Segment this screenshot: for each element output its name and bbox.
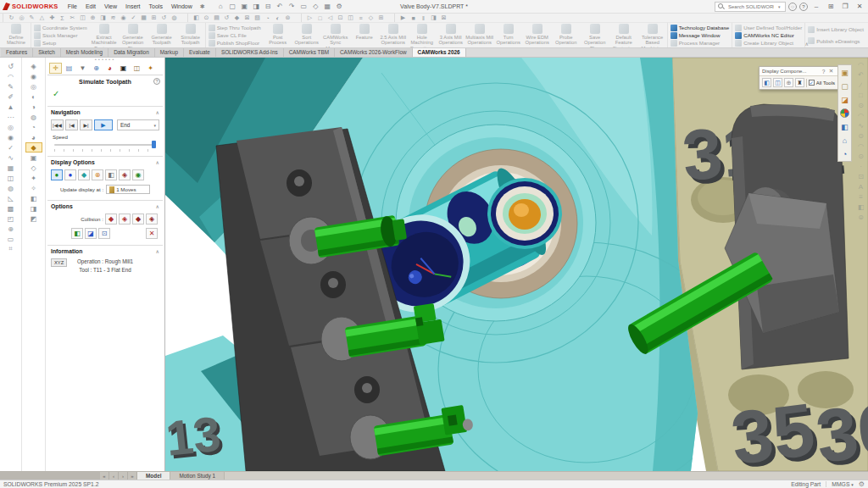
menu-insert[interactable]: Insert [121,2,145,11]
ribbon-button-hole-machining-operations[interactable]: Hole Machining Operations [408,23,437,47]
toolbar-icon[interactable]: ⊕ [88,14,97,22]
popup-display-icon[interactable]: ⊕ [784,78,793,87]
help-icon[interactable]: ? [799,3,808,11]
display-toolbar-icon[interactable]: ◑ [25,102,42,112]
toolbar-icon[interactable]: ⊚ [283,14,292,22]
display-option-button[interactable]: ● [51,169,63,180]
doc-tab-nav-button[interactable]: › [119,472,128,480]
tab-mesh-modeling[interactable]: Mesh Modeling [61,47,108,57]
task-pane-icon[interactable]: ◪ [839,94,850,105]
propertymanager-tab-icon[interactable]: ◕ [103,63,116,74]
menu-view[interactable]: View [100,2,121,11]
view-toolbar-icon[interactable]: ◠ [3,71,19,81]
task-pane-icon[interactable] [839,108,850,119]
minimize-button[interactable]: – [810,1,822,12]
toolbar-icon[interactable]: ✚ [47,14,57,22]
propertymanager-tab-icon[interactable]: ▼ [76,63,89,74]
ribbon-button-3-axis-mill-operations[interactable]: 3 Axis Mill Operations [437,23,465,47]
doc-tab-model[interactable]: Model [137,472,170,480]
view-toolbar-icon[interactable]: ◎ [3,122,19,132]
display-toolbar-icon[interactable]: ◧ [25,193,42,203]
ribbon-collapse-icon[interactable]: ∧ [805,41,809,47]
propertymanager-tab-icon[interactable]: ▤ [63,63,75,74]
ribbon-button-user-defined-tool-holder[interactable]: User Defined Tool/Holder [735,25,802,31]
ribbon-button-setup[interactable]: Setup [34,40,87,47]
view-toolbar-icon[interactable]: ▦ [3,163,19,173]
toolbar-icon[interactable]: ⊠ [439,14,448,22]
speed-slider-handle[interactable] [152,141,156,148]
ribbon-button-insert-library-object[interactable]: Insert Library Object [808,26,864,33]
ribbon-button-process-manager[interactable]: Process Manager [670,40,730,47]
task-pane-icon[interactable]: ◔ [839,148,850,159]
ribbon-button-step-thru-toolpath[interactable]: Step Thru Toolpath [209,25,261,31]
quick-access-icon[interactable]: ▢ [227,2,238,12]
user-account-icon[interactable]: ◌ [788,3,797,11]
display-toolbar-icon[interactable]: ◉ [25,71,42,81]
sim-step-forward-button[interactable]: ▶| [80,119,92,130]
options-section-header[interactable]: Options ∧ [47,200,163,211]
view-toolbar-icon[interactable]: ▩ [3,203,19,214]
menu-tools[interactable]: Tools [145,2,167,11]
ribbon-button-create-library-object[interactable]: Create Library Object [735,40,802,47]
units-selector[interactable]: MMGS ▾ [832,481,854,487]
tab-markup[interactable]: Markup [155,47,184,57]
display-toolbar-icon[interactable]: ◩ [25,214,42,224]
ribbon-button-save-cl-file[interactable]: Save CL File [209,32,261,39]
ribbon-button-tolerance-based-machining[interactable]: Tolerance Based Machining [638,23,667,47]
task-pane-icon[interactable]: ▣ [839,67,850,78]
ribbon-button-camworks-nc-editor[interactable]: CAMWorks NC Editor [735,32,802,39]
ribbon-button-save-operation-plan[interactable]: Save Operation Plan [581,23,609,47]
propertymanager-tab-icon[interactable]: ⊕ [90,63,103,74]
display-toolbar-icon[interactable]: ✦ [25,173,42,183]
quick-access-icon[interactable]: ⚙ [334,2,345,12]
ribbon-button-default-feature-strategies[interactable]: Default Feature Strategies [609,23,638,47]
ribbon-button-multiaxis-mill-operations[interactable]: Multiaxis Mill Operations [465,23,494,47]
ribbon-button-generate-operation-plan[interactable]: Generate Operation Plan [119,23,147,47]
search-caret-icon[interactable]: ▾ [778,4,781,9]
display-toolbar-icon[interactable]: ◇ [25,163,42,173]
display-toolbar-icon[interactable]: ◨ [25,203,42,214]
tile-windows-button[interactable]: ⊞ [825,1,837,12]
ribbon-button-extract-machinable-features[interactable]: Extract Machinable Features [90,23,119,47]
toolbar-icon[interactable]: ◫ [346,14,355,22]
view-toolbar-icon[interactable]: ◍ [3,183,19,193]
display-toolbar-icon[interactable]: ◍ [25,112,42,122]
toolbar-icon[interactable]: Σ [58,14,67,22]
toolbar-icon[interactable]: ◨ [98,14,108,22]
quick-access-icon[interactable]: ▦ [322,2,333,12]
display-toolbar-icon[interactable]: ◐ [25,92,42,102]
ribbon-button-coordinate-system[interactable]: Coordinate System [34,25,87,31]
toolbar-icon[interactable]: ⊡ [336,14,345,22]
simulation-option-button[interactable]: ◧ [71,228,83,239]
ribbon-button-turn-operations[interactable]: Turn Operations [494,23,523,47]
toolbar-icon[interactable]: ◎ [17,14,26,22]
collision-option-button[interactable]: ◈ [146,214,158,225]
propertymanager-tab-icon[interactable]: ✛ [49,63,62,74]
ribbon-button-publish-shopfloor[interactable]: Publish ShopFloor [209,40,261,47]
ribbon-button-define-machine[interactable]: Define Machine [2,23,31,47]
toolbar-icon[interactable]: ◁ [326,14,335,22]
view-toolbar-icon[interactable]: ⋯ [3,112,19,122]
quick-access-icon[interactable]: ↷ [287,2,298,12]
ribbon-button-feature[interactable]: Feature [350,23,379,47]
view-toolbar-icon[interactable]: ∿ [3,152,19,163]
tab-camworks-2026[interactable]: CAMWorks 2026 [413,47,466,57]
graphics-viewport[interactable]: 31 31 32 32 35 35 36 36 [165,58,868,471]
view-toolbar-icon[interactable]: ◫ [3,173,19,183]
toolbar-icon[interactable]: ◆ [232,14,242,22]
toolbar-icon[interactable]: ▷ [305,14,314,22]
ribbon-button-simulate-toolpath[interactable]: Simulate Toolpath [176,23,205,47]
view-toolbar-icon[interactable]: ✎ [3,81,19,92]
toolbar-icon[interactable]: ◔ [263,14,272,22]
ribbon-button-message-window[interactable]: Message Window [670,32,730,39]
tab-camworks-2026-workflow[interactable]: CAMWorks 2026-WorkFlow [335,47,413,57]
search-input[interactable] [726,3,776,10]
quick-access-icon[interactable]: ◇ [310,2,321,12]
popup-help-icon[interactable]: ? [820,69,827,75]
all-tools-checkbox[interactable]: ✓ [809,80,815,86]
doc-tab-nav-button[interactable]: « [100,472,109,480]
view-toolbar-icon[interactable]: ▭ [3,234,19,244]
popup-display-icon[interactable]: ◫ [773,78,782,87]
toolbar-icon[interactable]: ⊞ [149,14,159,22]
quick-access-icon[interactable]: ▣ [239,2,250,12]
